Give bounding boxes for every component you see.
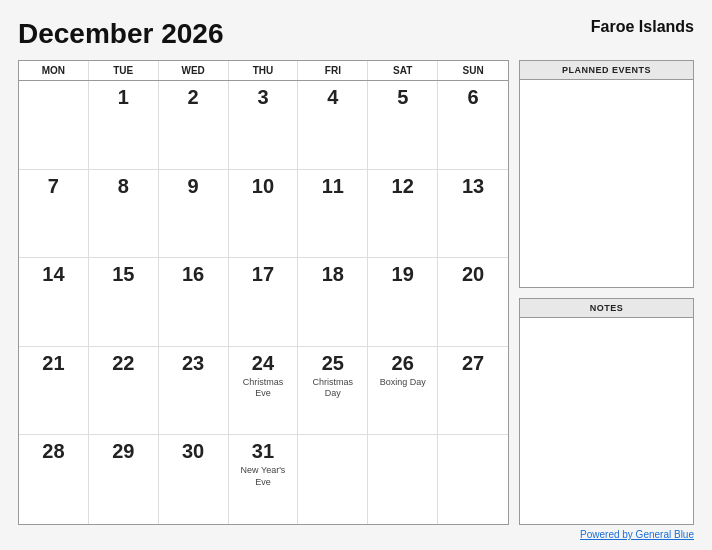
calendar-cell: [438, 435, 508, 524]
day-header-mon: MON: [19, 61, 89, 80]
sidebar: PLANNED EVENTS NOTES: [519, 60, 694, 525]
day-number: 8: [118, 174, 129, 198]
day-header-tue: TUE: [89, 61, 159, 80]
footer: Powered by General Blue: [18, 525, 694, 540]
calendar-cell: 1: [89, 81, 159, 170]
calendar-cell: 20: [438, 258, 508, 347]
calendar-cell: 25Christmas Day: [298, 347, 368, 436]
calendar-cell: 8: [89, 170, 159, 259]
day-number: 4: [327, 85, 338, 109]
day-number: 10: [252, 174, 274, 198]
day-number: 2: [188, 85, 199, 109]
day-number: 18: [322, 262, 344, 286]
powered-by-link[interactable]: Powered by General Blue: [580, 529, 694, 540]
calendar-cell: 10: [229, 170, 299, 259]
day-header-sat: SAT: [368, 61, 438, 80]
day-number: 20: [462, 262, 484, 286]
day-number: 23: [182, 351, 204, 375]
event-label: New Year's Eve: [235, 465, 292, 488]
region-label: Faroe Islands: [591, 18, 694, 36]
event-label: Christmas Eve: [235, 377, 292, 400]
calendar-cell: 11: [298, 170, 368, 259]
calendar-page: December 2026 Faroe Islands MONTUEWEDTHU…: [0, 0, 712, 550]
day-number: 24: [252, 351, 274, 375]
day-number: 19: [392, 262, 414, 286]
day-header-fri: FRI: [298, 61, 368, 80]
calendar-cell: 14: [19, 258, 89, 347]
notes-box: NOTES: [519, 298, 694, 526]
day-number: 7: [48, 174, 59, 198]
day-number: 1: [118, 85, 129, 109]
calendar-cell: 13: [438, 170, 508, 259]
day-number: 22: [112, 351, 134, 375]
calendar-cell: 19: [368, 258, 438, 347]
calendar-cell: [19, 81, 89, 170]
event-label: Christmas Day: [304, 377, 361, 400]
day-number: 26: [392, 351, 414, 375]
calendar-cell: 22: [89, 347, 159, 436]
day-number: 11: [322, 174, 344, 198]
calendar-cell: 4: [298, 81, 368, 170]
day-number: 21: [42, 351, 64, 375]
day-number: 29: [112, 439, 134, 463]
day-header-wed: WED: [159, 61, 229, 80]
day-number: 30: [182, 439, 204, 463]
day-number: 13: [462, 174, 484, 198]
calendar-cell: 18: [298, 258, 368, 347]
day-number: 16: [182, 262, 204, 286]
notes-content: [520, 318, 693, 525]
calendar-cell: 5: [368, 81, 438, 170]
day-number: 31: [252, 439, 274, 463]
day-number: 6: [468, 85, 479, 109]
calendar-cell: 26Boxing Day: [368, 347, 438, 436]
notes-header: NOTES: [520, 299, 693, 318]
calendar-cell: 7: [19, 170, 89, 259]
calendar-cell: 29: [89, 435, 159, 524]
day-number: 12: [392, 174, 414, 198]
calendar-cell: [298, 435, 368, 524]
day-number: 9: [188, 174, 199, 198]
calendar-grid: 123456789101112131415161718192021222324C…: [19, 81, 508, 524]
day-number: 14: [42, 262, 64, 286]
day-number: 25: [322, 351, 344, 375]
day-header-sun: SUN: [438, 61, 508, 80]
calendar-cell: 12: [368, 170, 438, 259]
calendar-cell: 6: [438, 81, 508, 170]
planned-events-header: PLANNED EVENTS: [520, 61, 693, 80]
day-number: 3: [257, 85, 268, 109]
calendar-cell: 28: [19, 435, 89, 524]
calendar-cell: 16: [159, 258, 229, 347]
day-header-thu: THU: [229, 61, 299, 80]
calendar-cell: 2: [159, 81, 229, 170]
calendar-grid-container: MONTUEWEDTHUFRISATSUN 123456789101112131…: [18, 60, 509, 525]
calendar-cell: 21: [19, 347, 89, 436]
planned-events-content: [520, 80, 693, 287]
calendar-cell: 30: [159, 435, 229, 524]
event-label: Boxing Day: [374, 377, 431, 389]
day-number: 17: [252, 262, 274, 286]
calendar-cell: 31New Year's Eve: [229, 435, 299, 524]
calendar-cell: 23: [159, 347, 229, 436]
calendar-cell: 27: [438, 347, 508, 436]
day-number: 5: [397, 85, 408, 109]
calendar-cell: [368, 435, 438, 524]
calendar-cell: 15: [89, 258, 159, 347]
calendar-cell: 3: [229, 81, 299, 170]
day-number: 28: [42, 439, 64, 463]
header: December 2026 Faroe Islands: [18, 18, 694, 50]
calendar-cell: 17: [229, 258, 299, 347]
calendar-cell: 9: [159, 170, 229, 259]
main-content: MONTUEWEDTHUFRISATSUN 123456789101112131…: [18, 60, 694, 525]
planned-events-box: PLANNED EVENTS: [519, 60, 694, 288]
month-title: December 2026: [18, 18, 223, 50]
day-number: 27: [462, 351, 484, 375]
day-headers-row: MONTUEWEDTHUFRISATSUN: [19, 61, 508, 81]
calendar-cell: 24Christmas Eve: [229, 347, 299, 436]
day-number: 15: [112, 262, 134, 286]
